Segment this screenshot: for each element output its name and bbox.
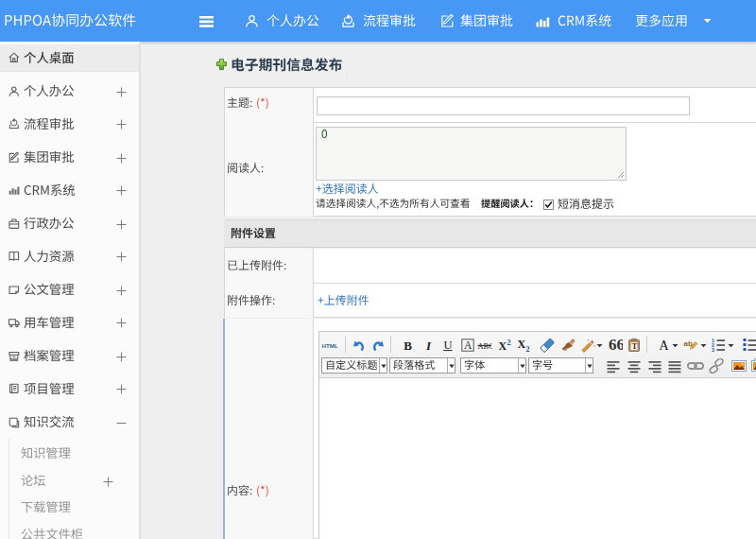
svg-text:2: 2 (507, 339, 511, 347)
svg-text:66: 66 (609, 338, 623, 353)
svg-text:X: X (518, 338, 526, 351)
svg-text:U: U (444, 339, 453, 352)
svg-text:B: B (404, 339, 412, 353)
svg-text:2: 2 (526, 345, 530, 354)
svg-text:ABC: ABC (478, 342, 493, 351)
svg-text:HTML: HTML (322, 342, 338, 349)
svg-text:3: 3 (712, 347, 714, 353)
svg-text:I: I (425, 339, 432, 353)
svg-text:A: A (660, 339, 670, 353)
svg-text:T: T (632, 341, 638, 351)
svg-text:A: A (464, 339, 472, 351)
svg-text:X: X (499, 339, 507, 353)
